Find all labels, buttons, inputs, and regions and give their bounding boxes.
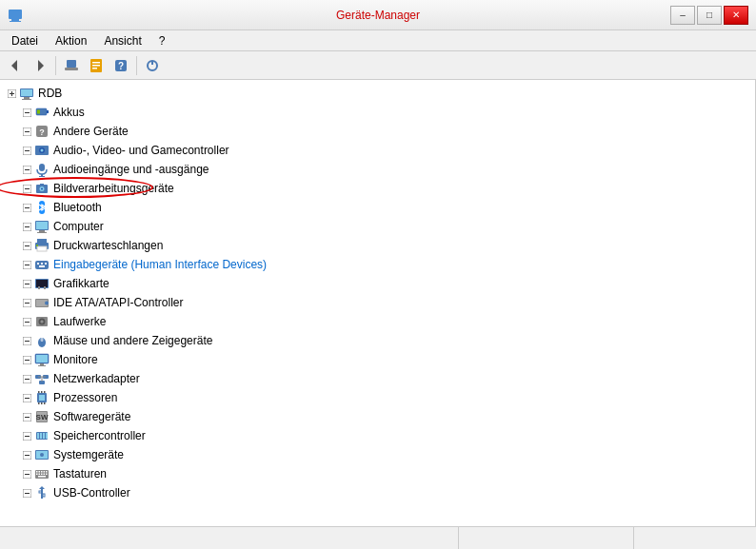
expand-laufwerke[interactable]	[19, 314, 34, 329]
svg-rect-60	[37, 246, 47, 251]
help-button[interactable]: ?	[109, 54, 132, 77]
system-label: Systemgeräte	[53, 448, 124, 461]
svg-rect-112	[41, 402, 43, 404]
expand-netzwerk[interactable]	[19, 371, 34, 386]
tree-item-audioeingaenge[interactable]: Audioeingänge und -ausgänge	[0, 160, 755, 179]
tree-item-system[interactable]: Systemgeräte	[0, 445, 755, 464]
prozessoren-icon	[34, 390, 50, 405]
usb-label: USB-Controller	[53, 486, 130, 500]
ide-label: IDE ATA/ATAPI-Controller	[53, 296, 183, 309]
tree-item-akkus[interactable]: Akkus	[0, 103, 755, 122]
tree-item-audio[interactable]: Audio-, Video- und Gamecontroller	[0, 141, 755, 160]
expand-prozessoren[interactable]	[19, 390, 34, 405]
tree-item-rdb[interactable]: RDB	[0, 84, 755, 103]
tree-item-bildverarbeitung[interactable]: Bildverarbeitungsgeräte	[0, 179, 755, 198]
tree-item-monitore[interactable]: Monitore	[0, 350, 755, 369]
tree-item-computer[interactable]: Computer	[0, 217, 755, 236]
svg-rect-0	[9, 10, 22, 19]
svg-point-85	[42, 322, 43, 323]
drucker-icon	[34, 238, 50, 253]
expand-ide[interactable]	[19, 295, 34, 310]
expand-akkus[interactable]	[19, 105, 34, 120]
tree-item-drucker[interactable]: Druckwarteschlangen	[0, 236, 755, 255]
tree-item-eingabe[interactable]: Eingabegeräte (Human Interface Devices)	[0, 255, 755, 274]
close-button[interactable]: ✕	[724, 6, 748, 25]
minimize-button[interactable]: –	[670, 6, 695, 25]
svg-rect-9	[92, 65, 100, 67]
tree-item-andere[interactable]: ? Andere Geräte	[0, 122, 755, 141]
expand-software[interactable]	[19, 409, 34, 424]
menu-bar: Datei Aktion Ansicht ?	[0, 30, 756, 51]
svg-rect-141	[41, 474, 43, 476]
svg-rect-143	[46, 474, 48, 476]
expand-usb[interactable]	[19, 485, 34, 500]
software-icon: SW	[34, 409, 50, 424]
tree-item-speicher[interactable]: Speichercontroller	[0, 426, 755, 445]
expand-andere[interactable]	[19, 124, 34, 139]
expand-drucker[interactable]	[19, 238, 34, 253]
monitore-label: Monitore	[53, 353, 98, 366]
tree-item-prozessoren[interactable]: Prozessoren	[0, 388, 755, 407]
expand-speicher[interactable]	[19, 428, 34, 443]
tree-item-tastaturen[interactable]: Tastaturen	[0, 464, 755, 483]
menu-aktion[interactable]: Aktion	[48, 32, 94, 49]
tree-item-maeuse[interactable]: Mäuse und andere Zeigegeräte	[0, 331, 755, 350]
tree-item-laufwerke[interactable]: Laufwerke	[0, 312, 755, 331]
expand-rdb[interactable]	[4, 86, 19, 101]
computer-label: Computer	[53, 220, 104, 233]
tree-item-netzwerk[interactable]: Netzwerkadapter	[0, 369, 755, 388]
title-red: Manager	[375, 9, 420, 22]
expand-eingabe[interactable]	[19, 257, 34, 272]
svg-rect-142	[44, 474, 46, 476]
forward-button[interactable]	[29, 54, 51, 77]
svg-point-45	[41, 188, 43, 190]
toolbar-sep-2	[136, 56, 137, 75]
expand-computer[interactable]	[19, 219, 34, 234]
tree-item-ide[interactable]: IDE ATA/ATAPI-Controller	[0, 293, 755, 312]
svg-rect-1	[11, 19, 19, 21]
svg-rect-108	[38, 391, 40, 393]
tree-item-grafik[interactable]: Grafikkarte	[0, 274, 755, 293]
expand-maeuse[interactable]	[19, 333, 34, 348]
svg-rect-135	[39, 471, 41, 473]
menu-datei[interactable]: Datei	[4, 32, 46, 49]
expand-audio[interactable]	[19, 143, 34, 158]
menu-help[interactable]: ?	[151, 32, 173, 49]
svg-rect-74	[44, 286, 46, 289]
svg-rect-149	[39, 491, 42, 493]
laufwerke-icon	[34, 314, 50, 329]
up-button[interactable]	[60, 54, 83, 77]
akkus-label: Akkus	[53, 106, 85, 119]
svg-rect-94	[36, 355, 48, 363]
tree-item-software[interactable]: SW Softwaregeräte	[0, 407, 755, 426]
maeuse-icon	[34, 333, 50, 348]
rdb-icon	[19, 86, 34, 101]
svg-rect-107	[39, 395, 45, 401]
maximize-button[interactable]: □	[697, 6, 722, 25]
expand-system[interactable]	[19, 447, 34, 462]
tree-item-bluetooth[interactable]: Bluetooth	[0, 198, 755, 217]
expand-tastaturen[interactable]	[19, 466, 34, 481]
svg-text:?: ?	[39, 127, 45, 137]
expand-bluetooth[interactable]	[19, 200, 34, 215]
svg-rect-53	[36, 222, 48, 229]
expand-grafik[interactable]	[19, 276, 34, 291]
bildverarbeitung-label: Bildverarbeitungsgeräte	[53, 182, 174, 195]
properties-button[interactable]	[85, 54, 108, 77]
tree-item-usb[interactable]: USB-Controller	[0, 483, 755, 502]
expand-monitore[interactable]	[19, 352, 34, 367]
svg-marker-3	[11, 60, 17, 71]
speicher-icon	[34, 428, 50, 443]
maeuse-label: Mäuse und andere Zeigegeräte	[53, 334, 212, 347]
device-tree[interactable]: RDB Akkus	[0, 80, 756, 526]
status-far-right	[638, 527, 752, 549]
expand-audioeingaenge[interactable]	[19, 162, 34, 177]
title-plain: Geräte-	[336, 9, 375, 22]
svg-marker-4	[38, 60, 44, 71]
svg-rect-95	[40, 363, 44, 365]
svg-rect-2	[10, 21, 21, 22]
expand-bildverarbeitung[interactable]	[19, 181, 34, 196]
scan-button[interactable]	[141, 54, 164, 77]
back-button[interactable]	[4, 54, 27, 77]
menu-ansicht[interactable]: Ansicht	[96, 32, 149, 49]
